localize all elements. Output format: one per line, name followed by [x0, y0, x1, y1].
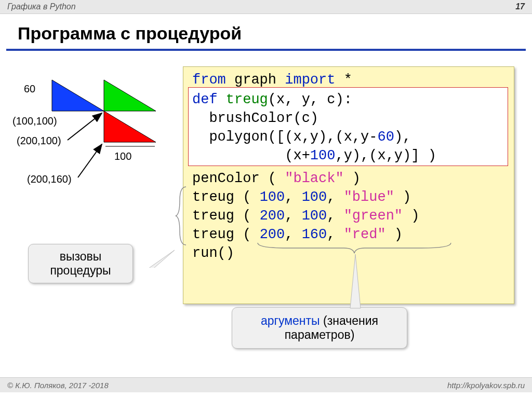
callout-calls: вызовы процедуры [28, 244, 133, 283]
left-brace-icon [175, 185, 190, 247]
code-line-7: treug ( 100, 100, "blue" ) [192, 188, 411, 207]
svg-line-2 [78, 144, 102, 177]
callout-args-w1: аргументы [261, 314, 323, 327]
callout-args: аргументы (значения параметров) [232, 307, 407, 349]
footer-right: http://kpolyakov.spb.ru [447, 381, 525, 390]
code-line-3: brushColor(c) [192, 109, 318, 128]
breadcrumb: Графика в Python [7, 2, 76, 11]
svg-marker-4 [126, 250, 175, 268]
triangle-diagram: 60 (100,100) (200,100) 100 (200,160) [16, 70, 171, 168]
code-line-10: run() [192, 244, 234, 263]
title-underline [6, 49, 526, 51]
code-line-5: (x+100,y),(x,y)] ) [192, 146, 436, 165]
callout-args-tail [346, 253, 367, 309]
diagram-arrows [16, 70, 171, 189]
footer-left: © К.Ю. Поляков, 2017 -2018 [7, 381, 109, 390]
code-line-8: treug ( 200, 100, "green" ) [192, 207, 419, 225]
svg-marker-5 [350, 254, 361, 308]
callout-calls-tail [125, 247, 177, 268]
callout-args-l2: параметров) [242, 328, 397, 342]
callout-args-w2: (значения [323, 314, 378, 327]
header: Графика в Python 17 [0, 0, 532, 14]
page-title: Программа с процедурой [18, 23, 532, 44]
code-line-4: polygon([(x,y),(x,y-60), [192, 128, 411, 146]
callout-calls-l2: процедуры [32, 264, 129, 278]
callout-calls-l1: вызовы [32, 250, 129, 264]
code-line-2: def treug(x, y, c): [192, 90, 352, 109]
code-line-1: from graph import * [192, 71, 352, 89]
svg-line-1 [68, 113, 102, 140]
content-area: 60 (100,100) (200,100) 100 (200,160) fro… [0, 60, 532, 392]
page-number: 17 [515, 2, 525, 11]
code-line-6: penColor ( "black" ) [192, 169, 361, 188]
footer: © К.Ю. Поляков, 2017 -2018 http://kpolya… [0, 377, 532, 392]
